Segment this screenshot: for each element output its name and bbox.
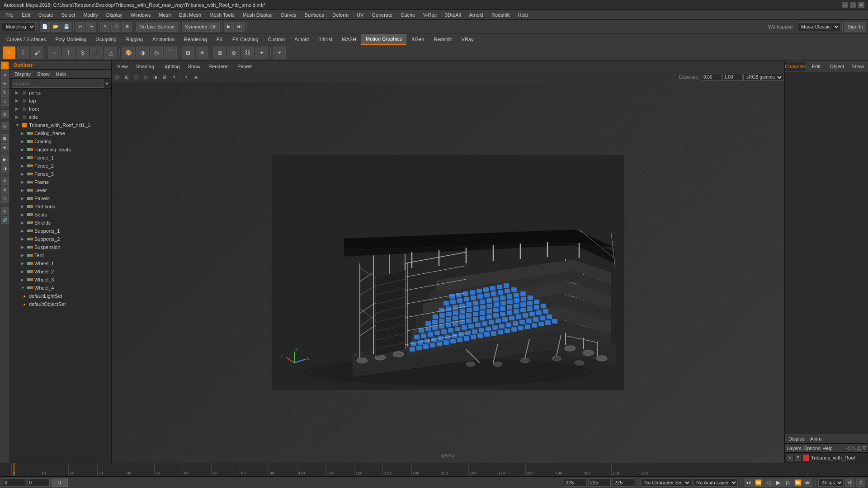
tab-mash[interactable]: MASH bbox=[337, 34, 361, 45]
menu-item-modify[interactable]: Modify bbox=[80, 11, 101, 19]
menu-item-help[interactable]: Help bbox=[514, 11, 532, 19]
lasso-icon[interactable]: ⬡ bbox=[111, 22, 121, 32]
outliner-item-fastening-seats[interactable]: ▶Fastening_seats bbox=[10, 145, 111, 154]
outliner-item-defaultobjectset[interactable]: ●defaultObjectSet bbox=[10, 300, 111, 308]
outliner-item-top[interactable]: ▶🎥top bbox=[10, 97, 111, 105]
range-end-input2[interactable] bbox=[588, 479, 611, 487]
outliner-item-fence-1[interactable]: ▶Fence_1 bbox=[10, 154, 111, 162]
tab-poly-modeling[interactable]: Poly Modeling bbox=[51, 34, 91, 45]
select-icon[interactable]: ↖ bbox=[3, 47, 15, 59]
outliner-item-partitions[interactable]: ▶Partitions bbox=[10, 202, 111, 211]
prev-frame-btn[interactable]: ◁ bbox=[764, 479, 773, 487]
menu-item-select[interactable]: Select bbox=[58, 11, 79, 19]
layers-nav-prev[interactable]: ◁ bbox=[846, 445, 850, 451]
display-layers-tab[interactable]: Display bbox=[787, 436, 807, 442]
outliner-item-fence-3[interactable]: ▶Fence_3 bbox=[10, 170, 111, 178]
outliner-item-tribunes-with-roof-ncl1-1[interactable]: ▼Tribunes_with_Roof_ncl1_1 bbox=[10, 121, 111, 129]
outliner-item-wheel-3[interactable]: ▶Wheel_3 bbox=[10, 276, 111, 284]
tab-rigging[interactable]: Rigging bbox=[122, 34, 147, 45]
tab-arnold[interactable]: Arnold bbox=[290, 34, 313, 45]
layers-expand[interactable]: ▽ bbox=[863, 445, 866, 451]
tab-motion-graphics[interactable]: Motion Graphics bbox=[361, 34, 406, 45]
layout-icon[interactable]: ⊞ bbox=[182, 47, 194, 59]
outliner-item-defaultlightset[interactable]: ●defaultLightSet bbox=[10, 292, 111, 300]
viewport-canvas[interactable]: X Y Z persp bbox=[112, 82, 784, 463]
character-set-select[interactable]: No Character Set bbox=[641, 479, 691, 487]
menu-item-edit[interactable]: Edit bbox=[18, 11, 34, 19]
cube-icon[interactable]: ⬛ bbox=[90, 47, 103, 59]
tab-vray[interactable]: VRay bbox=[457, 34, 478, 45]
vp-light-icon[interactable]: ☀ bbox=[170, 73, 179, 82]
close-button[interactable]: ✕ bbox=[858, 2, 864, 8]
lighting-menu[interactable]: Lighting bbox=[159, 63, 184, 70]
minimize-button[interactable]: — bbox=[842, 2, 848, 8]
vp-gamma-select[interactable]: sRGB gamma bbox=[743, 74, 783, 81]
render-view-icon[interactable]: ▶ bbox=[1, 155, 9, 164]
outliner-item-tent[interactable]: ▶Tent bbox=[10, 251, 111, 259]
select-tool-icon[interactable]: ↖ bbox=[100, 22, 110, 32]
next-frame-btn[interactable]: ▷ bbox=[783, 479, 793, 487]
play-btn[interactable]: ▶ bbox=[774, 479, 783, 487]
vp-texture-icon[interactable]: ⊠ bbox=[160, 73, 169, 82]
layers-nav-next[interactable]: ▷ bbox=[852, 445, 855, 451]
svg-icon[interactable]: S bbox=[76, 47, 89, 59]
outliner-help-menu[interactable]: Help bbox=[53, 71, 69, 77]
symmetry-btn[interactable]: Symmetry: Off bbox=[182, 22, 220, 32]
range-start-input[interactable] bbox=[3, 479, 25, 487]
anim-layer-select[interactable]: No Anim Layer bbox=[693, 479, 738, 487]
outliner-item-lever[interactable]: ▶Lever bbox=[10, 186, 111, 194]
text-3d-icon[interactable]: T bbox=[62, 47, 75, 59]
tab-sculpting[interactable]: Sculpting bbox=[92, 34, 121, 45]
vp-gamma-input[interactable] bbox=[722, 74, 743, 81]
menu-item-uv[interactable]: UV bbox=[353, 11, 367, 19]
vp-camera-icon[interactable]: 🎥 bbox=[113, 73, 122, 82]
outliner-item-wheel-4[interactable]: ▼Wheel_4 bbox=[10, 284, 111, 292]
layer-visibility-v[interactable]: V bbox=[787, 455, 793, 461]
go-start-btn[interactable]: ⏮ bbox=[744, 479, 753, 487]
outliner-item-fence-2[interactable]: ▶Fence_2 bbox=[10, 162, 111, 170]
paint-icon[interactable]: 🖌 bbox=[31, 47, 43, 59]
ipr-icon[interactable]: ◑ bbox=[1, 164, 9, 173]
current-frame-input[interactable] bbox=[27, 479, 50, 487]
quick-sel-icon[interactable]: ▦ bbox=[1, 134, 9, 142]
menu-item-windows[interactable]: Windows bbox=[127, 11, 155, 19]
no-live-surface-btn[interactable]: No Live Surface bbox=[136, 22, 178, 32]
light-icon[interactable]: ☀ bbox=[196, 47, 208, 59]
tab-fx[interactable]: FX bbox=[212, 34, 227, 45]
outliner-item-supports-2[interactable]: ▶Supports_2 bbox=[10, 235, 111, 243]
outliner-item-panels[interactable]: ▶Panels bbox=[10, 194, 111, 202]
outliner-show-menu[interactable]: Show bbox=[34, 71, 52, 77]
range-end-input1[interactable] bbox=[564, 479, 586, 487]
save-icon[interactable]: 💾 bbox=[61, 22, 71, 32]
add-icon[interactable]: + bbox=[273, 47, 286, 59]
outliner-item-wheel-2[interactable]: ▶Wheel_2 bbox=[10, 267, 111, 276]
texture-icon[interactable]: ⊠ bbox=[213, 47, 226, 59]
menu-item-create[interactable]: Create bbox=[35, 11, 57, 19]
vp-grid-icon[interactable]: ⊞ bbox=[122, 73, 131, 82]
object-tab[interactable]: Object bbox=[826, 62, 847, 71]
outliner-item-wheel-1[interactable]: ▶Wheel_1 bbox=[10, 259, 111, 267]
vp-wireframe-icon[interactable]: ⬡ bbox=[132, 73, 141, 82]
outliner-item-frame[interactable]: ▶Frame bbox=[10, 178, 111, 186]
vp-isolate-icon[interactable]: ◈ bbox=[191, 73, 200, 82]
rivet-icon[interactable]: ⊕ bbox=[227, 47, 240, 59]
menu-item-cache[interactable]: Cache bbox=[397, 11, 419, 19]
menu-item-curves[interactable]: Curves bbox=[277, 11, 300, 19]
tab-custom[interactable]: Custom bbox=[263, 34, 289, 45]
menu-item-mesh-display[interactable]: Mesh Display bbox=[239, 11, 276, 19]
tab-curves-/-surfaces[interactable]: Curves / Surfaces bbox=[2, 34, 50, 45]
menu-item-file[interactable]: File bbox=[2, 11, 17, 19]
new-scene-icon[interactable]: 📄 bbox=[40, 22, 50, 32]
arc-icon[interactable]: ⌒ bbox=[164, 47, 177, 59]
tab-rendering[interactable]: Rendering bbox=[179, 34, 212, 45]
tab-redshift[interactable]: Redshift bbox=[429, 34, 456, 45]
vp-shaded-icon[interactable]: ◑ bbox=[151, 73, 160, 82]
anim-layers-tab[interactable]: Anim bbox=[808, 436, 823, 442]
go-end-btn[interactable]: ⏭ bbox=[803, 479, 812, 487]
layers-collapse[interactable]: △ bbox=[857, 445, 861, 451]
color-icon[interactable]: 🎨 bbox=[122, 47, 135, 59]
lasso-lt-icon[interactable]: ⊿ bbox=[1, 70, 9, 79]
outliner-item-suspension[interactable]: ▶Suspension bbox=[10, 243, 111, 251]
open-icon[interactable]: 📂 bbox=[51, 22, 61, 32]
outliner-item-coating[interactable]: ▶Coating bbox=[10, 137, 111, 145]
